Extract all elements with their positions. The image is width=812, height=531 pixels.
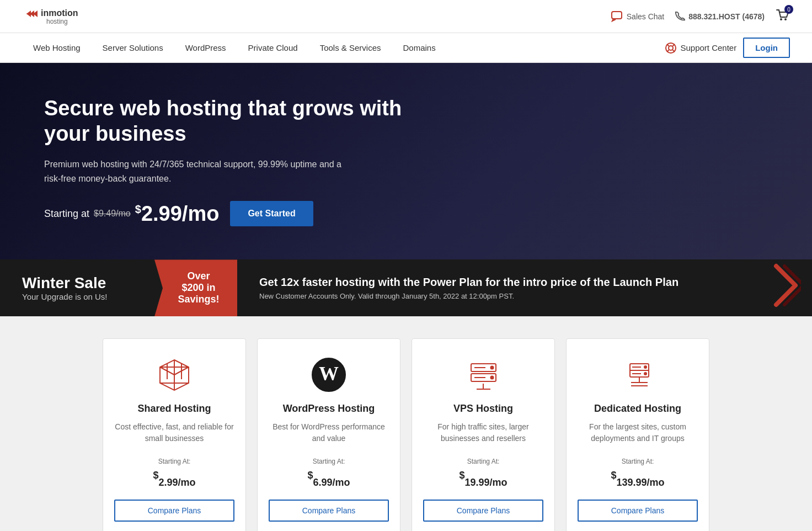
get-started-button[interactable]: Get Started (230, 201, 313, 226)
winter-sale-banner: Winter Sale Your Upgrade is on Us! Over … (0, 259, 812, 316)
login-button[interactable]: Login (743, 38, 790, 58)
phone-icon (675, 12, 685, 22)
hero-content: Secure web hosting that grows with your … (44, 96, 430, 226)
shared-starting-label: Starting At: (158, 458, 191, 465)
vps-dollar: $ (459, 470, 464, 481)
vps-price-period: /mo (490, 477, 507, 488)
winter-promo-note: New Customer Accounts Only. Valid throug… (259, 292, 751, 300)
svg-point-29 (490, 376, 493, 379)
winter-savings-badge: Over $200 in Savings! (154, 259, 237, 316)
wordpress-hosting-desc: Best for WordPress performance and value (269, 421, 389, 444)
starting-at-label: Starting at (44, 208, 89, 220)
hero-dollar-sign: $ (135, 203, 141, 215)
dedicated-price-value: 139.99 (616, 477, 647, 488)
cart-count: 0 (784, 5, 793, 14)
hero-section: Secure web hosting that grows with your … (0, 63, 812, 259)
svg-point-8 (784, 18, 787, 20)
winter-sale-right: Get 12x faster hosting with the Power Pl… (237, 265, 773, 311)
logo-svg: inmotion hosting (22, 3, 105, 30)
sales-chat-link[interactable]: Sales Chat (611, 11, 664, 22)
wordpress-hosting-title: WordPress Hosting (283, 403, 375, 415)
vps-hosting-icon (464, 355, 503, 394)
dedicated-price: $139.99/mo (611, 468, 664, 491)
savings-line2: $200 in (177, 282, 221, 294)
wp-price-value: 6.99 (313, 477, 332, 488)
savings-line1: Over (177, 270, 221, 282)
vps-hosting-desc: For high traffic sites, larger businesse… (423, 421, 543, 444)
vps-starting-label: Starting At: (467, 458, 500, 465)
dedicated-hosting-title: Dedicated Hosting (594, 403, 681, 415)
nav-tools-services[interactable]: Tools & Services (309, 33, 392, 62)
dedicated-hosting-desc: For the largest sites, custom deployment… (578, 421, 698, 444)
header-right: Sales Chat 888.321.HOST (4678) 0 (611, 8, 790, 24)
dedicated-compare-button[interactable]: Compare Plans (578, 500, 698, 522)
shared-hosting-card: Shared Hosting Cost effective, fast, and… (103, 338, 246, 531)
dedicated-dollar: $ (611, 470, 616, 481)
hero-new-price: $2.99/mo (135, 202, 220, 226)
hero-headline: Secure web hosting that grows with your … (44, 96, 430, 146)
svg-point-7 (780, 18, 782, 20)
savings-line3: Savings! (177, 294, 221, 305)
wordpress-hosting-card: W WordPress Hosting Best for WordPress p… (257, 338, 400, 531)
nav-wordpress[interactable]: WordPress (174, 33, 237, 62)
nav-domains[interactable]: Domains (392, 33, 447, 62)
svg-text:hosting: hosting (46, 18, 68, 25)
sales-chat-label: Sales Chat (627, 12, 664, 21)
shared-compare-button[interactable]: Compare Plans (114, 500, 234, 522)
wordpress-hosting-icon: W (309, 355, 348, 394)
support-center-link[interactable]: Support Center (665, 42, 736, 54)
vps-hosting-title: VPS Hosting (453, 403, 513, 415)
nav-right: Support Center Login (665, 38, 790, 58)
svg-point-10 (669, 46, 673, 50)
vps-price-value: 19.99 (464, 477, 489, 488)
winter-sale-left: Winter Sale Your Upgrade is on Us! (0, 263, 154, 312)
svg-text:inmotion: inmotion (41, 8, 78, 18)
vps-hosting-card: VPS Hosting For high traffic sites, larg… (412, 338, 555, 531)
chevron-right-icon (773, 263, 801, 312)
hosting-cards-section: Shared Hosting Cost effective, fast, and… (0, 316, 812, 531)
phone-label: 888.321.HOST (4678) (688, 12, 765, 21)
shared-dollar: $ (153, 470, 158, 481)
support-center-label: Support Center (680, 43, 736, 52)
hero-pricing-text: Starting at $9.49/mo $2.99/mo (44, 202, 219, 226)
phone-number[interactable]: 888.321.HOST (4678) (675, 12, 765, 22)
shared-hosting-icon (155, 355, 194, 394)
winter-promo-headline: Get 12x faster hosting with the Power Pl… (259, 276, 751, 289)
dedicated-starting-label: Starting At: (622, 458, 654, 465)
svg-line-13 (667, 50, 669, 52)
svg-point-28 (490, 366, 493, 369)
svg-line-11 (667, 44, 669, 46)
hero-pricing: Starting at $9.49/mo $2.99/mo Get Starte… (44, 201, 430, 226)
wp-starting-label: Starting At: (313, 458, 345, 465)
svg-line-14 (673, 50, 675, 52)
wp-price: $6.99/mo (307, 468, 350, 491)
nav-web-hosting[interactable]: Web Hosting (22, 33, 92, 62)
dedicated-hosting-card: Dedicated Hosting For the largest sites,… (566, 338, 709, 531)
main-nav: Web Hosting Server Solutions WordPress P… (0, 33, 812, 63)
winter-sale-subtitle: Your Upgrade is on Us! (22, 292, 132, 301)
wp-compare-button[interactable]: Compare Plans (269, 500, 389, 522)
shared-hosting-desc: Cost effective, fast, and reliable for s… (114, 421, 234, 444)
nav-server-solutions[interactable]: Server Solutions (92, 33, 174, 62)
vps-compare-button[interactable]: Compare Plans (423, 500, 543, 522)
hero-new-price-value: 2.99/mo (141, 202, 220, 225)
dedicated-hosting-icon (618, 355, 657, 394)
svg-point-36 (644, 366, 647, 368)
winter-sale-title: Winter Sale (22, 274, 132, 292)
nav-private-cloud[interactable]: Private Cloud (237, 33, 309, 62)
vps-price: $19.99/mo (459, 468, 507, 491)
shared-price-value: 2.99 (158, 477, 178, 488)
shared-price-period: /mo (178, 477, 196, 488)
svg-point-37 (644, 373, 647, 375)
cart-button[interactable]: 0 (776, 8, 790, 24)
header: inmotion hosting Sales Chat 888.321.HOST… (0, 0, 812, 33)
lifebuoy-icon (665, 42, 677, 54)
chat-icon (611, 11, 623, 22)
logo[interactable]: inmotion hosting (22, 3, 105, 30)
svg-text:W: W (319, 363, 339, 385)
hero-subtext: Premium web hosting with 24/7/365 techni… (44, 157, 353, 185)
wp-dollar: $ (307, 470, 313, 481)
wp-price-period: /mo (333, 477, 350, 488)
dedicated-price-period: /mo (647, 477, 665, 488)
shared-price: $2.99/mo (153, 468, 195, 491)
